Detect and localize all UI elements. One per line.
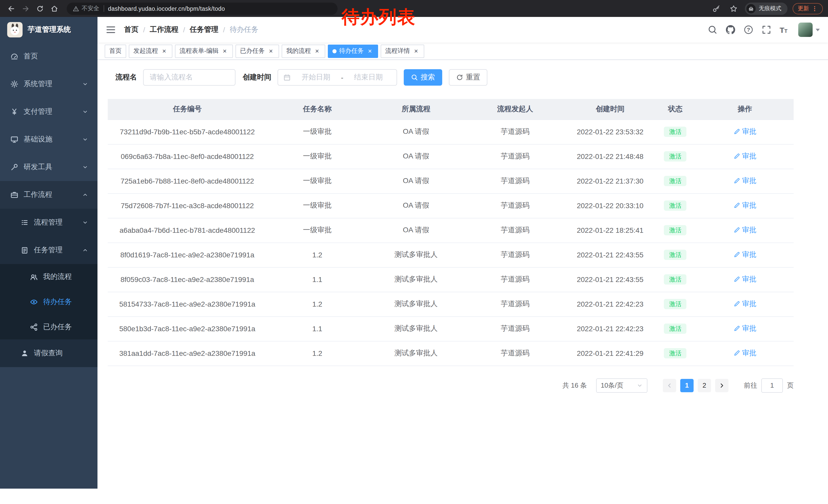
tab-item[interactable]: 发起流程×: [129, 44, 172, 58]
tab-item[interactable]: 流程详情×: [381, 44, 424, 58]
cell-created: 2022-01-22 21:48:48: [566, 144, 654, 169]
approve-link[interactable]: 审批: [733, 275, 756, 284]
sidebar-item[interactable]: 研发工具: [0, 153, 97, 181]
close-icon[interactable]: ×: [412, 47, 420, 55]
table-area: 任务编号 任务名称 所属流程 流程发起人 创建时间 状态 操作 73211d9d…: [108, 99, 794, 393]
cell-status: 激活: [654, 341, 696, 366]
process-name-filter: 流程名 请输入流程名: [115, 69, 236, 86]
sidebar-item[interactable]: 首页: [0, 43, 97, 70]
sidebar-item[interactable]: 我的流程: [0, 264, 97, 289]
tab-item[interactable]: 流程表单-编辑×: [175, 44, 233, 58]
cell-task-id: 580e1b3d-7ac8-11ec-a9e2-a2380e71991a: [108, 316, 267, 341]
goto-page-input[interactable]: 1: [761, 378, 783, 393]
status-badge: 激活: [664, 250, 687, 260]
app-logo-row[interactable]: 芋道管理系统: [0, 17, 97, 43]
approve-link[interactable]: 审批: [733, 176, 756, 186]
sidebar-item[interactable]: 工作流程: [0, 181, 97, 209]
sidebar-item[interactable]: 请假查询: [0, 339, 97, 367]
approve-link[interactable]: 审批: [733, 324, 756, 333]
close-icon[interactable]: ×: [267, 47, 275, 55]
app-title: 芋道管理系统: [28, 25, 71, 34]
tab-item[interactable]: 首页: [105, 44, 126, 58]
approve-link[interactable]: 审批: [733, 250, 756, 260]
update-button[interactable]: 更新: [793, 3, 823, 14]
tab-item[interactable]: 已办任务×: [236, 44, 279, 58]
page-button-1[interactable]: 1: [680, 379, 694, 392]
sidebar-item-label: 我的流程: [43, 272, 72, 281]
close-icon[interactable]: ×: [161, 47, 168, 55]
column-header-created: 创建时间: [566, 99, 654, 120]
close-icon[interactable]: ×: [366, 47, 373, 55]
tab-item[interactable]: 我的流程×: [282, 44, 325, 58]
table-row: 580e1b3d-7ac8-11ec-a9e2-a2380e71991a1.1测…: [108, 316, 794, 341]
sidebar-item-label: 工作流程: [24, 190, 52, 199]
approve-link[interactable]: 审批: [733, 349, 756, 358]
fullscreen-icon[interactable]: [761, 25, 771, 34]
date-range-picker[interactable]: 开始日期 - 结束日期: [278, 69, 397, 86]
password-key-icon[interactable]: [710, 2, 722, 15]
sidebar-item-label: 请假查询: [34, 349, 63, 358]
cell-task-id: 58154733-7ac8-11ec-a9e2-a2380e71991a: [108, 292, 267, 316]
approve-link[interactable]: 审批: [733, 152, 756, 161]
edit-icon: [733, 178, 740, 184]
prev-page-button[interactable]: [663, 379, 676, 392]
column-header-task-id: 任务编号: [108, 99, 267, 120]
breadcrumb-item-workflow[interactable]: 工作流程: [150, 25, 178, 34]
sidebar-item[interactable]: 支付管理: [0, 98, 97, 126]
search-icon[interactable]: [708, 25, 717, 34]
help-icon[interactable]: ?: [744, 25, 753, 34]
github-icon[interactable]: [726, 25, 735, 34]
page-content: 流程名 请输入流程名 创建时间 开始日期 - 结: [97, 60, 828, 489]
sidebar-item[interactable]: 待办任务: [0, 289, 97, 314]
page-size-select[interactable]: 10条/页: [596, 378, 648, 393]
user-avatar[interactable]: [798, 22, 820, 37]
forward-button[interactable]: [19, 2, 32, 15]
cell-created: 2022-01-21 22:42:23: [566, 292, 654, 316]
cell-initiator: 芋道源码: [464, 218, 566, 242]
cell-action: 审批: [696, 144, 794, 169]
breadcrumb-item-home[interactable]: 首页: [124, 25, 138, 34]
url-text: dashboard.yudao.iocoder.cn/bpm/task/todo: [108, 5, 225, 11]
back-button[interactable]: [5, 2, 17, 15]
process-name-input[interactable]: 请输入流程名: [143, 69, 236, 86]
reload-button[interactable]: [34, 2, 46, 15]
edit-icon: [733, 153, 740, 160]
incognito-badge[interactable]: 无痕模式: [745, 2, 787, 15]
table-row: 8f0d1619-7ac8-11ec-a9e2-a2380e71991a1.2测…: [108, 242, 794, 267]
sidebar-item[interactable]: 系统管理: [0, 70, 97, 98]
sidebar-item[interactable]: 流程管理: [0, 209, 97, 236]
placeholder-text: 请输入流程名: [150, 73, 193, 82]
search-button[interactable]: 搜索: [404, 69, 442, 86]
hamburger-icon[interactable]: [106, 25, 116, 35]
approve-link[interactable]: 审批: [733, 226, 756, 235]
cell-status: 激活: [654, 144, 696, 169]
sidebar-item[interactable]: 任务管理: [0, 236, 97, 264]
breadcrumb-separator: /: [223, 26, 225, 34]
sidebar-item-label: 已办任务: [43, 322, 72, 331]
approve-link[interactable]: 审批: [733, 201, 756, 210]
status-badge: 激活: [664, 225, 687, 235]
security-status[interactable]: 不安全: [73, 5, 99, 12]
sidebar-item[interactable]: 基础设施: [0, 126, 97, 153]
table-row: 73211d9d-7b9b-11ec-b5b7-acde48001122一级审批…: [108, 120, 794, 144]
font-size-icon[interactable]: TT: [780, 26, 787, 34]
status-badge: 激活: [664, 176, 687, 186]
user-icon: [20, 349, 29, 357]
approve-link[interactable]: 审批: [733, 127, 756, 136]
column-header-initiator: 流程发起人: [464, 99, 566, 120]
edit-icon: [733, 251, 740, 258]
cell-action: 审批: [696, 120, 794, 144]
next-page-button[interactable]: [715, 379, 729, 392]
reset-button[interactable]: 重置: [449, 69, 487, 86]
tab-item[interactable]: 待办任务×: [328, 44, 378, 58]
close-icon[interactable]: ×: [314, 47, 321, 55]
home-button[interactable]: [48, 2, 60, 15]
address-bar[interactable]: 不安全 dashboard.yudao.iocoder.cn/bpm/task/…: [67, 2, 338, 15]
approve-link[interactable]: 审批: [733, 300, 756, 309]
breadcrumb-item-task-mgmt[interactable]: 任务管理: [190, 25, 218, 34]
close-icon[interactable]: ×: [221, 47, 228, 55]
bookmark-star-icon[interactable]: [728, 2, 740, 15]
sidebar-item[interactable]: 已办任务: [0, 314, 97, 339]
workflow-icon: [10, 191, 18, 199]
page-button-2[interactable]: 2: [698, 379, 711, 392]
